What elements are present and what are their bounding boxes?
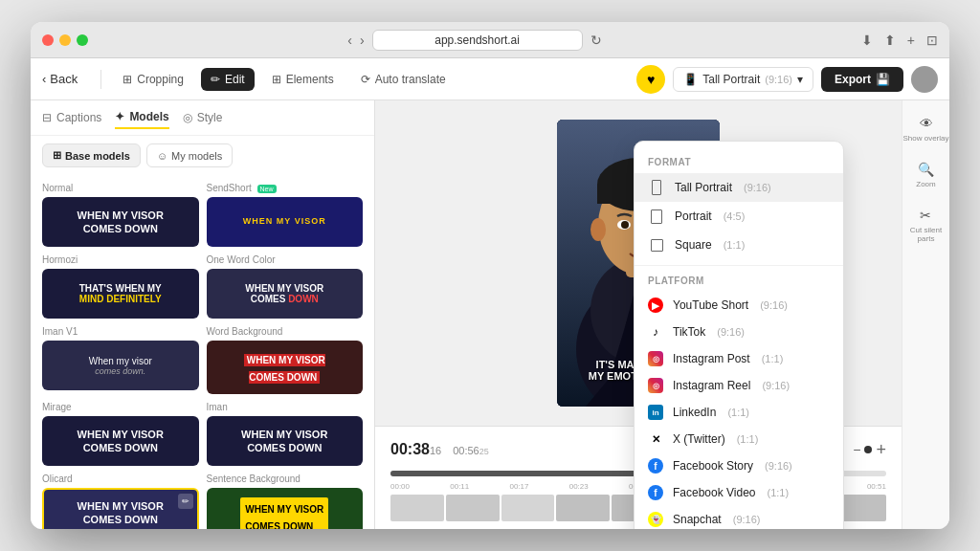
toolbar-separator xyxy=(100,70,101,89)
heart-button[interactable]: ♥ xyxy=(636,65,665,94)
show-overlay-icon: 👁 xyxy=(920,116,933,131)
cropping-button[interactable]: ⊞ Cropping xyxy=(113,68,193,91)
platform-facebook-video[interactable]: f Facebook Video (1:1) xyxy=(635,479,843,506)
export-button[interactable]: Export 💾 xyxy=(821,67,903,92)
tab-icon[interactable]: ⊡ xyxy=(926,33,938,48)
zoom-item[interactable]: 🔍 Zoom xyxy=(916,162,935,188)
cut-silent-item[interactable]: ✂ Cut silentparts xyxy=(910,208,942,243)
platform-snapchat[interactable]: 👻 Snapchat (9:16) xyxy=(635,506,843,529)
tick-0: 00:00 xyxy=(390,482,410,491)
address-bar[interactable]: app.sendshort.ai xyxy=(372,30,583,51)
title-bar: ‹ › app.sendshort.ai ↻ ⬇ ⬆ + ⊡ xyxy=(31,22,949,58)
instagram-reel-icon: ◎ xyxy=(648,378,663,393)
edit-button[interactable]: ✏ Edit xyxy=(201,68,255,91)
platform-facebook-story[interactable]: f Facebook Story (9:16) xyxy=(635,452,843,479)
platform-linkedin[interactable]: in LinkedIn (1:1) xyxy=(635,399,843,426)
model-card-mirage[interactable]: WHEN MY VISORCOMES DOWN xyxy=(42,416,199,466)
model-card-sentence-bg[interactable]: WHEN MY VISORCOMES DOWN xyxy=(207,488,364,529)
close-button[interactable] xyxy=(42,34,54,46)
model-card-iman-v1[interactable]: When my visor comes down. xyxy=(42,341,199,390)
model-tabs: ⊞ Base models ☺ My models xyxy=(31,136,374,175)
back-label: Back xyxy=(50,72,78,86)
olicard-section: Olicard WHEN MY VISORCOMES DOWN ✏ xyxy=(42,474,199,529)
zoom-controls: − + xyxy=(853,440,886,460)
new-badge: New xyxy=(257,185,277,193)
auto-translate-button[interactable]: ⟳ Auto translate xyxy=(351,68,456,91)
edit-card-icon[interactable]: ✏ xyxy=(178,494,193,509)
phone-icon: 📱 xyxy=(683,73,698,86)
model-card-iman[interactable]: WHEN MY VISORCOMES DOWN xyxy=(207,416,364,466)
tick-3: 00:23 xyxy=(569,482,589,491)
traffic-lights xyxy=(42,34,88,46)
model-card-olicard[interactable]: WHEN MY VISORCOMES DOWN ✏ xyxy=(42,488,199,529)
normal-label: Normal xyxy=(42,183,199,193)
zoom-out-button[interactable]: − xyxy=(853,442,860,457)
time-total: 00:5625 xyxy=(453,441,489,458)
zoom-in-button[interactable]: + xyxy=(876,440,886,460)
snapchat-icon: 👻 xyxy=(648,512,663,527)
square-icon xyxy=(648,236,665,253)
nav-back-icon[interactable]: ‹ xyxy=(347,33,352,48)
normal-section: Normal WHEN MY VISORCOMES DOWN xyxy=(42,183,199,247)
minimize-button[interactable] xyxy=(59,34,71,46)
instagram-post-icon: ◎ xyxy=(648,351,663,366)
svg-point-8 xyxy=(590,218,606,241)
olicard-text: WHEN MY VISORCOMES DOWN xyxy=(78,499,164,527)
my-models-button[interactable]: ☺ My models xyxy=(146,143,233,167)
captions-label: Captions xyxy=(56,111,101,124)
format-tall-portrait[interactable]: Tall Portrait (9:16) xyxy=(635,173,843,202)
tick-2: 00:17 xyxy=(509,482,528,491)
back-button[interactable]: ‹ Back xyxy=(42,72,78,86)
maximize-button[interactable] xyxy=(77,34,88,46)
platform-instagram-post[interactable]: ◎ Instagram Post (1:1) xyxy=(635,345,843,372)
base-models-button[interactable]: ⊞ Base models xyxy=(42,143,141,167)
nav-forward-icon[interactable]: › xyxy=(360,33,365,48)
facebook-story-ratio: (9:16) xyxy=(765,460,792,472)
zoom-dot xyxy=(864,446,872,453)
share-icon[interactable]: ⬆ xyxy=(884,33,896,48)
elements-icon: ⊞ xyxy=(272,73,281,86)
cut-silent-icon: ✂ xyxy=(920,208,931,223)
panel-tabs: ⊟ Captions ✦ Models ◎ Style xyxy=(31,100,374,136)
model-card-hormozi[interactable]: THAT'S WHEN MY MIND DEFINITELY xyxy=(42,269,199,319)
model-card-sendshort[interactable]: WHEN MY VISOR xyxy=(207,197,364,247)
format-square[interactable]: Square (1:1) xyxy=(635,231,843,259)
platform-instagram-reel[interactable]: ◎ Instagram Reel (9:16) xyxy=(635,372,843,399)
mirage-text: WHEN MY VISORCOMES DOWN xyxy=(78,428,164,455)
one-word-section: One Word Color WHEN MY VISOR COMES DOWN xyxy=(207,254,364,319)
elements-button[interactable]: ⊞ Elements xyxy=(262,68,344,91)
svg-point-12 xyxy=(621,221,629,229)
tab-style[interactable]: ◎ Style xyxy=(183,111,223,128)
thumb-1 xyxy=(446,495,500,521)
platform-x-twitter[interactable]: ✕ X (Twitter) (1:1) xyxy=(635,426,843,452)
download-icon[interactable]: ⬇ xyxy=(861,33,873,48)
show-overlay-item[interactable]: 👁 Show overlay xyxy=(902,116,948,143)
square-label: Square xyxy=(675,238,712,252)
models-grid: Normal WHEN MY VISORCOMES DOWN SendShort… xyxy=(31,175,374,529)
tab-captions[interactable]: ⊟ Captions xyxy=(42,111,101,128)
platform-tiktok[interactable]: ♪ TikTok (9:16) xyxy=(635,319,843,345)
base-models-label: Base models xyxy=(65,150,130,162)
format-dropdown: Format Tall Portrait (9:16) Portrait (4:… xyxy=(634,141,844,529)
instagram-post-label: Instagram Post xyxy=(673,352,750,365)
captions-icon: ⊟ xyxy=(42,111,52,124)
tab-models[interactable]: ✦ Models xyxy=(115,110,168,129)
format-portrait[interactable]: Portrait (4:5) xyxy=(635,202,843,231)
model-card-normal[interactable]: WHEN MY VISORCOMES DOWN xyxy=(42,197,199,247)
model-card-one-word[interactable]: WHEN MY VISOR COMES DOWN xyxy=(207,269,364,319)
facebook-video-icon: f xyxy=(648,485,663,500)
olicard-label: Olicard xyxy=(42,474,199,484)
sendshort-label: SendShort New xyxy=(207,183,364,193)
cut-silent-label: Cut silentparts xyxy=(910,226,942,243)
iman-text: WHEN MY VISORCOMES DOWN xyxy=(241,428,327,455)
model-card-word-bg[interactable]: WHEN MY VISORCOMES DOWN xyxy=(207,341,364,394)
main-content: ⊟ Captions ✦ Models ◎ Style ⊞ Base model… xyxy=(31,100,949,529)
avatar[interactable] xyxy=(911,66,938,93)
iman-v1-section: Iman V1 When my visor comes down. xyxy=(42,326,199,394)
add-tab-icon[interactable]: + xyxy=(907,33,915,48)
facebook-story-label: Facebook Story xyxy=(673,459,753,473)
hormozi-section: Hormozi THAT'S WHEN MY MIND DEFINITELY xyxy=(42,254,199,319)
format-selector[interactable]: 📱 Tall Portrait (9:16) ▾ xyxy=(673,67,813,92)
refresh-icon[interactable]: ↻ xyxy=(590,33,602,48)
platform-youtube-short[interactable]: ▶ YouTube Short (9:16) xyxy=(635,292,843,319)
